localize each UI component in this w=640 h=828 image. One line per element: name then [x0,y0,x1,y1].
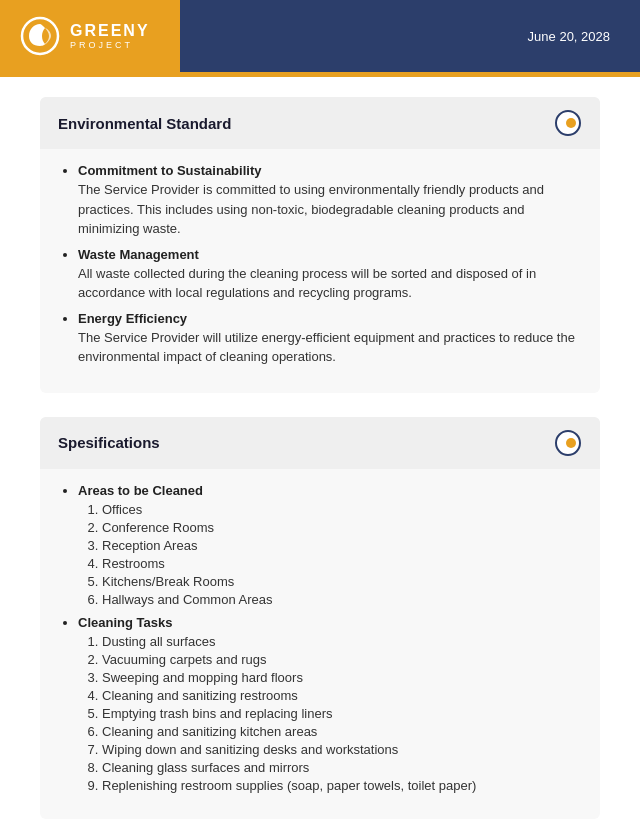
specifications-title: Spesifications [58,434,160,451]
item-desc: The Service Provider is committed to usi… [78,180,582,239]
task-item: Sweeping and mopping hard floors [102,670,582,685]
header-date: June 20, 2028 [528,29,640,44]
tasks-sublist: Dusting all surfaces Vacuuming carpets a… [78,634,582,793]
list-item: Commitment to Sustainability The Service… [78,163,582,239]
task-item: Wiping down and sanitizing desks and wor… [102,742,582,757]
item-desc: The Service Provider will utilize energy… [78,328,582,367]
area-item: Offices [102,502,582,517]
environmental-standard-header: Environmental Standard [40,97,600,149]
areas-title: Areas to be Cleaned [78,483,582,498]
environmental-list: Commitment to Sustainability The Service… [58,163,582,367]
logo-name: GREENY [70,22,150,40]
toggle-circle-env [555,110,581,136]
specifications-section: Spesifications Areas to be Cleaned Offic… [40,417,600,819]
logo-sub: PROJECT [70,40,150,50]
area-item: Kitchens/Break Rooms [102,574,582,589]
environmental-standard-section: Environmental Standard Commitment to Sus… [40,97,600,393]
environmental-standard-title: Environmental Standard [58,115,231,132]
area-item: Reception Areas [102,538,582,553]
tasks-title: Cleaning Tasks [78,615,582,630]
task-item: Emptying trash bins and replacing liners [102,706,582,721]
logo-text: GREENY PROJECT [70,22,150,50]
task-item: Cleaning and sanitizing kitchen areas [102,724,582,739]
logo-area: GREENY PROJECT [0,0,180,72]
task-item: Cleaning glass surfaces and mirrors [102,760,582,775]
specifications-list: Areas to be Cleaned Offices Conference R… [58,483,582,793]
logo-icon [20,16,60,56]
area-item: Hallways and Common Areas [102,592,582,607]
task-item: Dusting all surfaces [102,634,582,649]
toggle-button-spec[interactable] [554,429,582,457]
task-item: Replenishing restroom supplies (soap, pa… [102,778,582,793]
list-item-areas: Areas to be Cleaned Offices Conference R… [78,483,582,607]
task-item: Cleaning and sanitizing restrooms [102,688,582,703]
item-title: Waste Management [78,247,582,262]
area-item: Conference Rooms [102,520,582,535]
environmental-standard-body: Commitment to Sustainability The Service… [40,149,600,393]
list-item: Energy Efficiency The Service Provider w… [78,311,582,367]
specifications-body: Areas to be Cleaned Offices Conference R… [40,469,600,819]
toggle-circle-spec [555,430,581,456]
area-item: Restrooms [102,556,582,571]
item-title: Commitment to Sustainability [78,163,582,178]
main-content: Environmental Standard Commitment to Sus… [0,77,640,828]
list-item: Waste Management All waste collected dur… [78,247,582,303]
item-title: Energy Efficiency [78,311,582,326]
list-item-tasks: Cleaning Tasks Dusting all surfaces Vacu… [78,615,582,793]
item-desc: All waste collected during the cleaning … [78,264,582,303]
toggle-button-env[interactable] [554,109,582,137]
page-header: GREENY PROJECT June 20, 2028 [0,0,640,72]
task-item: Vacuuming carpets and rugs [102,652,582,667]
areas-sublist: Offices Conference Rooms Reception Areas… [78,502,582,607]
specifications-header: Spesifications [40,417,600,469]
